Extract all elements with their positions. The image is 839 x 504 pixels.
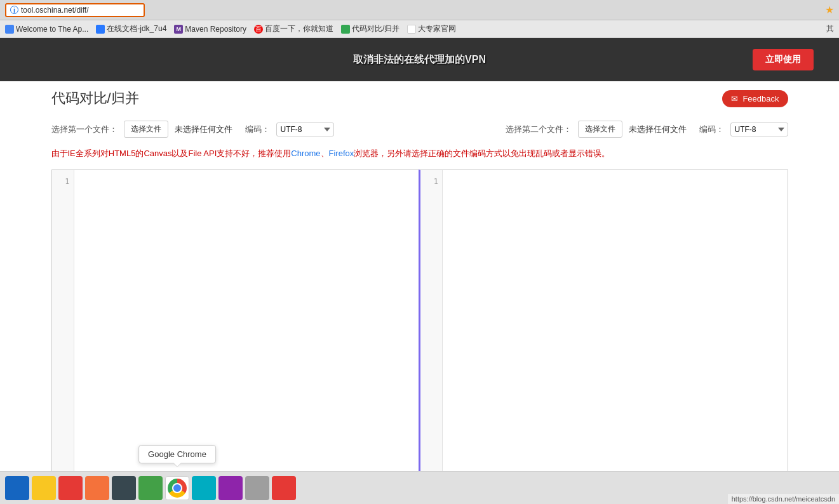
url-text: tool.oschina.net/diff/ bbox=[21, 6, 89, 15]
feedback-button[interactable]: ✉ Feedback bbox=[722, 90, 788, 107]
file1-label: 选择第一个文件： bbox=[51, 124, 117, 135]
taskbar-icon-2[interactable] bbox=[32, 476, 56, 500]
left-diff-content[interactable] bbox=[74, 170, 419, 472]
right-diff-content[interactable] bbox=[443, 170, 788, 472]
warning-suffix: 浏览器，另外请选择正确的文件编码方式以免出现乱码或者显示错误。 bbox=[354, 149, 610, 158]
warning-prefix: 由于IE全系列对HTML5的Canvas以及File API支持不好，推荐使用 bbox=[51, 149, 292, 158]
chrome-tooltip: Google Chrome bbox=[138, 445, 216, 463]
file1-placeholder: 未选择任何文件 bbox=[175, 124, 232, 135]
encoding2-label: 编码： bbox=[699, 124, 724, 135]
bookmark-expert[interactable]: 大专家官网 bbox=[407, 23, 456, 34]
choose-file2-button[interactable]: 选择文件 bbox=[578, 121, 622, 138]
taskbar-icon-6[interactable] bbox=[138, 476, 163, 500]
bookmark-favicon-ap bbox=[5, 25, 14, 34]
bookmark-favicon-expert bbox=[407, 25, 416, 34]
encoding1-select[interactable]: UTF-8 GBK GB2312 BIG5 ISO-8859-1 bbox=[276, 123, 334, 136]
bookmark-label-maven: Maven Repository bbox=[185, 25, 246, 34]
taskbar-icon-5[interactable] bbox=[112, 476, 136, 500]
main-area: 代码对比/归并 ✉ Feedback 选择第一个文件： 选择文件 未选择任何文件… bbox=[39, 81, 801, 471]
left-line-numbers: 1 bbox=[52, 170, 74, 472]
banner-area: 取消非法的在线代理加的VPN 立即使用 bbox=[0, 38, 839, 81]
diff-panel-left-inner: 1 bbox=[52, 170, 419, 472]
bookmark-label-more: 其 bbox=[826, 23, 834, 34]
banner-cta[interactable]: 立即使用 bbox=[753, 49, 814, 70]
banner-text: 取消非法的在线代理加的VPN bbox=[353, 53, 486, 67]
address-bar-row: i tool.oschina.net/diff/ ★ bbox=[0, 0, 839, 20]
bookmark-ap[interactable]: Welcome to The Ap... bbox=[5, 25, 88, 34]
taskbar-icon-10[interactable] bbox=[245, 476, 269, 500]
bookmark-diff[interactable]: 代码对比/归并 bbox=[341, 23, 399, 34]
bookmark-more[interactable]: 其 bbox=[826, 23, 834, 34]
bookmark-maven[interactable]: M Maven Repository bbox=[174, 25, 246, 34]
bookmark-label-baidu: 百度一下，你就知道 bbox=[265, 23, 333, 34]
page-title: 代码对比/归并 bbox=[51, 89, 139, 108]
bookmark-favicon-maven: M bbox=[174, 25, 183, 34]
bookmark-label-expert: 大专家官网 bbox=[418, 23, 456, 34]
file2-label: 选择第二个文件： bbox=[506, 124, 572, 135]
taskbar-icon-11[interactable] bbox=[272, 476, 296, 500]
bookmark-jdk[interactable]: 在线文档-jdk_7u4 bbox=[96, 23, 166, 34]
bookmark-favicon-jdk bbox=[96, 25, 105, 34]
bookmarks-bar: Welcome to The Ap... 在线文档-jdk_7u4 M Mave… bbox=[0, 20, 839, 38]
bookmark-favicon-diff bbox=[341, 25, 350, 34]
taskbar-icon-3[interactable] bbox=[58, 476, 83, 500]
firefox-link[interactable]: Firefox bbox=[329, 149, 354, 158]
bookmark-label-diff: 代码对比/归并 bbox=[352, 23, 399, 34]
diff-panel-left: 1 bbox=[51, 169, 419, 472]
bookmark-baidu[interactable]: 百 百度一下，你就知道 bbox=[254, 23, 333, 34]
warning-sep: 、 bbox=[321, 149, 329, 158]
choose-file1-button[interactable]: 选择文件 bbox=[124, 121, 168, 138]
right-line-1: 1 bbox=[420, 175, 442, 188]
browser-frame: i tool.oschina.net/diff/ ★ Welcome to Th… bbox=[0, 0, 839, 504]
bookmark-star-icon[interactable]: ★ bbox=[825, 4, 834, 16]
chrome-logo bbox=[168, 479, 187, 498]
diff-panel-right-inner: 1 bbox=[420, 170, 788, 472]
info-icon: i bbox=[10, 6, 18, 14]
feedback-icon: ✉ bbox=[731, 94, 738, 103]
taskbar-icon-8[interactable] bbox=[192, 476, 216, 500]
diff-panel-right: 1 bbox=[419, 169, 788, 472]
bookmark-label-jdk: 在线文档-jdk_7u4 bbox=[107, 23, 166, 34]
bottom-url: https://blog.csdn.net/meiceatcsdn bbox=[728, 494, 839, 504]
left-line-1: 1 bbox=[52, 175, 74, 188]
feedback-label: Feedback bbox=[742, 94, 779, 103]
encoding2-select[interactable]: UTF-8 GBK GB2312 BIG5 ISO-8859-1 bbox=[730, 123, 788, 136]
taskbar-icon-1[interactable] bbox=[5, 476, 29, 500]
taskbar-chrome-wrapper: Google Chrome bbox=[165, 476, 189, 500]
bookmark-favicon-baidu: 百 bbox=[254, 25, 263, 34]
taskbar-icon-4[interactable] bbox=[85, 476, 109, 500]
diff-container: 1 1 bbox=[51, 169, 788, 472]
file2-placeholder: 未选择任何文件 bbox=[629, 124, 687, 135]
right-line-numbers: 1 bbox=[420, 170, 443, 472]
page-header: 代码对比/归并 ✉ Feedback bbox=[51, 81, 788, 114]
encoding1-label: 编码： bbox=[245, 124, 270, 135]
taskbar-icon-9[interactable] bbox=[218, 476, 243, 500]
taskbar-chrome-icon[interactable] bbox=[165, 476, 189, 500]
file-controls-row: 选择第一个文件： 选择文件 未选择任何文件 编码： UTF-8 GBK GB23… bbox=[51, 114, 788, 144]
warning-text: 由于IE全系列对HTML5的Canvas以及File API支持不好，推荐使用C… bbox=[51, 144, 788, 166]
taskbar: Google Chrome https://blog.csdn.net/meic… bbox=[0, 471, 839, 504]
bookmark-label-ap: Welcome to The Ap... bbox=[16, 25, 88, 34]
chrome-link[interactable]: Chrome bbox=[291, 149, 320, 158]
address-bar[interactable]: i tool.oschina.net/diff/ bbox=[5, 3, 145, 17]
page-content: 取消非法的在线代理加的VPN 立即使用 代码对比/归并 ✉ Feedback 选… bbox=[0, 38, 839, 471]
